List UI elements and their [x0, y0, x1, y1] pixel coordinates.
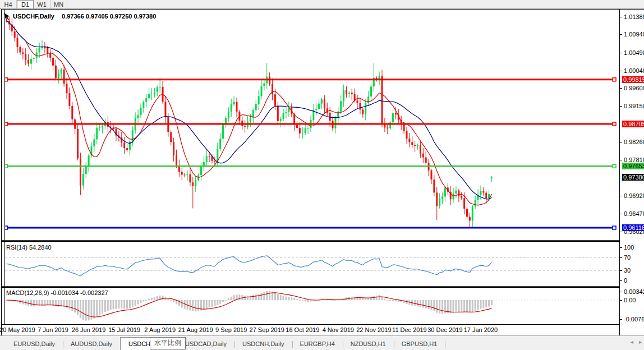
price-axis-label: 1.00940 [624, 31, 644, 38]
price-axis-label: 1.00040 [624, 67, 644, 74]
price-axis-label: 0.98260 [624, 139, 644, 145]
axis-tick [620, 247, 622, 248]
chart-symbol-label: USDCHF,Daily [13, 13, 54, 20]
chart-tab-bar: EURUSD,DailyAUDUSD,DailyUSDCHF,DailyUSDC… [0, 335, 644, 350]
rsi-axis-label: 30 [624, 267, 631, 274]
axis-tick [620, 71, 622, 71]
axis-tick [620, 232, 622, 232]
rsi-indicator-label: RSI(14) 54.2840 [6, 244, 52, 251]
date-axis-label: 7 Jun 2019 [38, 326, 68, 333]
date-axis-label: 26 Jun 2019 [72, 326, 106, 333]
price-axis-label: 0.96920 [624, 192, 644, 199]
chart-tab-usdcad[interactable]: USDCAD,Daily [177, 338, 234, 350]
timeframe-toolbar: H4D1W1MN [0, 0, 644, 9]
chart-title: USDCHF,Daily 0.97366 0.97405 0.97250 0.9… [13, 13, 156, 20]
timeframe-button-w1[interactable]: W1 [34, 0, 50, 8]
axis-tick [620, 106, 622, 107]
rsi-axis-label: 70 [624, 254, 631, 261]
price-axis-label: 1.01380 [624, 13, 644, 20]
axis-tick [620, 300, 622, 301]
date-axis-label: 27 Sep 2019 [250, 326, 284, 333]
chart-cursor-arrow-icon [3, 12, 12, 20]
hline-price-badge: 0.97653 [622, 163, 644, 169]
chart-tab-nzdusd[interactable]: NZDUSD,H1 [343, 338, 394, 350]
chart-tab-audusd[interactable]: AUDUSD,Daily [63, 338, 120, 350]
macd-axis-label: -0.007615 [624, 316, 644, 323]
hline-price-badge: 0.98705 [622, 121, 644, 127]
price-axis-label: 1.00490 [624, 49, 644, 56]
hline-price-badge: 0.99815 [622, 76, 644, 83]
macd-axis-label: 0.00 [624, 297, 636, 303]
price-axis-label: 0.99600 [624, 85, 644, 91]
price-axis[interactable]: 1.013801.009401.004901.000400.996000.991… [619, 10, 644, 335]
date-axis-label: 21 Aug 2019 [178, 326, 213, 333]
date-axis[interactable]: 20 May 20197 Jun 201926 Jun 201915 Jul 2… [2, 324, 644, 335]
tooltip: 水平比例 [150, 337, 186, 349]
axis-tick [620, 160, 622, 160]
date-axis-label: 4 Nov 2019 [323, 326, 354, 333]
axis-tick [620, 280, 622, 281]
plot-left-border [4, 10, 620, 335]
axis-tick [620, 34, 622, 35]
tab-scroll-arrows: ◂ ▸ [631, 339, 642, 345]
axis-tick [620, 53, 622, 53]
tab-scroll-right-icon[interactable]: ▸ [639, 339, 642, 345]
date-axis-label: 30 Dec 2019 [427, 326, 462, 333]
date-axis-label: 11 Dec 2019 [392, 326, 427, 333]
axis-tick [620, 257, 622, 258]
axis-tick [620, 142, 622, 142]
tab-separator [445, 341, 445, 348]
chart-tab-eurgbp[interactable]: EURGBP,H4 [292, 338, 343, 350]
macd-axis-label: 0.003428 [624, 288, 644, 295]
current-price-badge: 0.97380 [622, 174, 644, 181]
timeframe-button-h4[interactable]: H4 [0, 0, 17, 8]
chart-ohlc-values: 0.97366 0.97405 0.97250 0.97380 [62, 13, 156, 20]
price-axis-label: 0.97810 [624, 156, 644, 163]
date-axis-label: 22 Nov 2019 [356, 326, 391, 333]
macd-indicator-label: MACD(12,26,9) -0.001034 -0.002327 [6, 289, 108, 296]
price-axis-label: 0.99150 [624, 103, 644, 109]
chart-tab-eurusd[interactable]: EURUSD,Daily [6, 338, 63, 350]
date-axis-label: 2 Aug 2019 [144, 326, 176, 333]
axis-tick [620, 270, 622, 271]
date-axis-label: 16 Oct 2019 [286, 326, 319, 333]
axis-tick [620, 319, 622, 320]
axis-tick [620, 196, 622, 196]
hline-price-badge: 0.96116 [622, 224, 644, 231]
chart-tab-gbpusd[interactable]: GBPUSD,H1 [394, 338, 445, 350]
date-axis-label: 17 Jan 2020 [464, 326, 498, 333]
rsi-axis-label: 0 [624, 277, 627, 284]
price-axis-label: 0.96470 [624, 210, 644, 217]
axis-tick [620, 214, 622, 214]
tab-scroll-left-icon[interactable]: ◂ [631, 339, 633, 345]
date-axis-label: 9 Sep 2019 [215, 326, 247, 333]
timeframe-button-mn[interactable]: MN [50, 0, 67, 8]
rsi-axis-label: 100 [624, 244, 634, 251]
timeframe-button-d1[interactable]: D1 [17, 0, 34, 8]
axis-tick [620, 88, 622, 89]
trading-terminal: H4D1W1MN USDCHF,Daily 0.97366 0.97405 0.… [0, 0, 644, 350]
date-axis-label: 15 Jul 2019 [108, 326, 140, 333]
axis-tick [620, 17, 622, 17]
chart-tab-usdcnh[interactable]: USDCNH,Daily [234, 338, 292, 350]
date-axis-label: 20 May 2019 [0, 326, 35, 333]
axis-tick [620, 292, 622, 292]
chart-window: USDCHF,Daily 0.97366 0.97405 0.97250 0.9… [1, 9, 644, 335]
